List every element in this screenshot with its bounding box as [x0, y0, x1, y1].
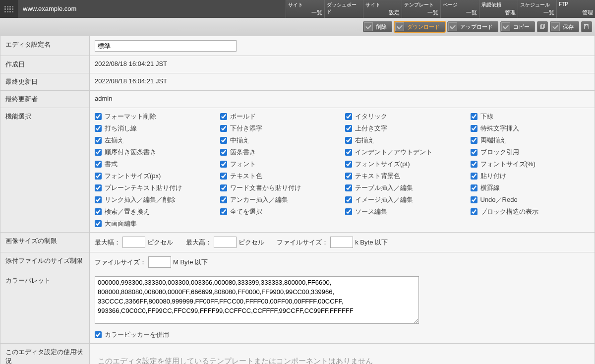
- feature-checkbox[interactable]: [95, 149, 102, 156]
- feature-checkbox[interactable]: [471, 208, 477, 215]
- feature-item[interactable]: ブロック引用: [471, 148, 590, 157]
- feature-checkbox[interactable]: [95, 161, 102, 168]
- feature-item[interactable]: 中揃え: [220, 136, 340, 145]
- feature-checkbox[interactable]: [95, 113, 102, 120]
- feature-checkbox[interactable]: [220, 137, 227, 144]
- picker-checkbox[interactable]: [95, 331, 102, 338]
- feature-checkbox[interactable]: [220, 184, 227, 191]
- feature-item[interactable]: イメージ挿入／編集: [345, 195, 465, 204]
- feature-checkbox[interactable]: [345, 196, 352, 203]
- feature-checkbox[interactable]: [220, 113, 227, 120]
- feature-checkbox[interactable]: [345, 173, 352, 180]
- feature-item[interactable]: テーブル挿入／編集: [345, 183, 465, 192]
- feature-label: イタリック: [355, 112, 387, 121]
- feature-checkbox[interactable]: [220, 208, 227, 215]
- save-icon-button[interactable]: [581, 21, 592, 32]
- feature-item[interactable]: 特殊文字挿入: [471, 124, 590, 133]
- feature-item[interactable]: 両端揃え: [471, 136, 590, 145]
- feature-item[interactable]: 全てを選択: [220, 207, 340, 216]
- duplicate-icon-button[interactable]: [537, 21, 548, 32]
- filesize-input[interactable]: [330, 237, 353, 248]
- feature-item[interactable]: 打ち消し線: [95, 124, 214, 133]
- copy-button[interactable]: コピー: [500, 21, 535, 32]
- feature-checkbox[interactable]: [95, 184, 102, 191]
- feature-item[interactable]: ソース編集: [345, 207, 465, 216]
- feature-item[interactable]: テキスト背景色: [345, 172, 465, 181]
- name-input[interactable]: [95, 40, 237, 52]
- feature-item[interactable]: 左揃え: [95, 136, 214, 145]
- delete-button[interactable]: 削除: [363, 21, 392, 32]
- feature-label: フォントサイズ(%): [480, 160, 536, 169]
- feature-checkbox[interactable]: [220, 161, 227, 168]
- feature-checkbox[interactable]: [471, 125, 477, 132]
- feature-item[interactable]: 検索／置き換え: [95, 207, 214, 216]
- nav-tab-5[interactable]: 承認依頼管理: [479, 0, 518, 18]
- feature-checkbox[interactable]: [95, 208, 102, 215]
- nav-tab-6[interactable]: スケジュール一覧: [518, 0, 556, 18]
- feature-item[interactable]: 横罫線: [471, 183, 590, 192]
- palette-textarea[interactable]: [95, 276, 419, 324]
- nav-tab-0[interactable]: サイト一覧: [286, 0, 324, 18]
- feature-checkbox[interactable]: [220, 196, 227, 203]
- feature-item[interactable]: 書式: [95, 160, 214, 169]
- feature-item[interactable]: イタリック: [345, 112, 465, 121]
- feature-checkbox[interactable]: [471, 137, 477, 144]
- nav-tab-2[interactable]: サイト設定: [363, 0, 402, 18]
- feature-checkbox[interactable]: [471, 161, 477, 168]
- feature-checkbox[interactable]: [95, 220, 102, 227]
- feature-checkbox[interactable]: [471, 113, 477, 120]
- feature-checkbox[interactable]: [345, 149, 352, 156]
- feature-item[interactable]: フォント: [220, 160, 340, 169]
- feature-item[interactable]: ボールド: [220, 112, 340, 121]
- feature-item[interactable]: 箇条書き: [220, 148, 340, 157]
- maxw-input[interactable]: [122, 237, 145, 248]
- feature-item[interactable]: 右揃え: [345, 136, 465, 145]
- feature-checkbox[interactable]: [345, 161, 352, 168]
- feature-checkbox[interactable]: [220, 173, 227, 180]
- feature-checkbox[interactable]: [471, 196, 477, 203]
- feature-item[interactable]: 大画面編集: [95, 219, 214, 228]
- upload-button[interactable]: アップロード: [447, 21, 498, 32]
- feature-checkbox[interactable]: [345, 137, 352, 144]
- feature-checkbox[interactable]: [345, 208, 352, 215]
- feature-checkbox[interactable]: [220, 125, 227, 132]
- feature-item[interactable]: 下線: [471, 112, 590, 121]
- feature-item[interactable]: インデント／アウトデント: [345, 148, 465, 157]
- feature-item[interactable]: 上付き文字: [345, 124, 465, 133]
- feature-item[interactable]: ワード文書から貼り付け: [220, 183, 340, 192]
- feature-item[interactable]: 下付き添字: [220, 124, 340, 133]
- feature-checkbox[interactable]: [95, 125, 102, 132]
- feature-item[interactable]: Undo／Redo: [471, 195, 590, 204]
- feature-checkbox[interactable]: [345, 125, 352, 132]
- maxh-input[interactable]: [214, 237, 237, 248]
- feature-item[interactable]: 順序付き箇条書き: [95, 148, 214, 157]
- feature-item[interactable]: プレーンテキスト貼り付け: [95, 183, 214, 192]
- feature-checkbox[interactable]: [345, 184, 352, 191]
- feature-item[interactable]: アンカー挿入／編集: [220, 195, 340, 204]
- feature-item[interactable]: フォントサイズ(%): [471, 160, 590, 169]
- feature-checkbox[interactable]: [345, 113, 352, 120]
- save-button[interactable]: 保存: [550, 21, 579, 32]
- feature-checkbox[interactable]: [95, 196, 102, 203]
- feature-label: 貼り付け: [480, 172, 506, 181]
- feature-item[interactable]: フォントサイズ(px): [95, 172, 214, 181]
- feature-checkbox[interactable]: [471, 184, 477, 191]
- feature-checkbox[interactable]: [471, 173, 477, 180]
- feature-item[interactable]: テキスト色: [220, 172, 340, 181]
- attach-filesize-input[interactable]: [148, 256, 171, 268]
- feature-checkbox[interactable]: [220, 149, 227, 156]
- feature-item[interactable]: 貼り付け: [471, 172, 590, 181]
- nav-tab-3[interactable]: テンプレート一覧: [402, 0, 440, 18]
- feature-checkbox[interactable]: [95, 173, 102, 180]
- nav-tab-1[interactable]: ダッシュボード: [324, 0, 363, 18]
- nav-tab-4[interactable]: ページ一覧: [440, 0, 479, 18]
- feature-item[interactable]: フォントサイズ(pt): [345, 160, 465, 169]
- feature-item[interactable]: リンク挿入／編集／削除: [95, 195, 214, 204]
- nav-tab-7[interactable]: FTP管理: [556, 0, 595, 18]
- feature-item[interactable]: ブロック構造の表示: [471, 207, 590, 216]
- feature-checkbox[interactable]: [471, 149, 477, 156]
- feature-item[interactable]: フォーマット削除: [95, 112, 214, 121]
- usage-message: このエディタ設定を使用しているテンプレートまたはコンポーネントはありません: [95, 348, 590, 364]
- feature-checkbox[interactable]: [95, 137, 102, 144]
- download-button[interactable]: ダウンロード: [394, 21, 445, 32]
